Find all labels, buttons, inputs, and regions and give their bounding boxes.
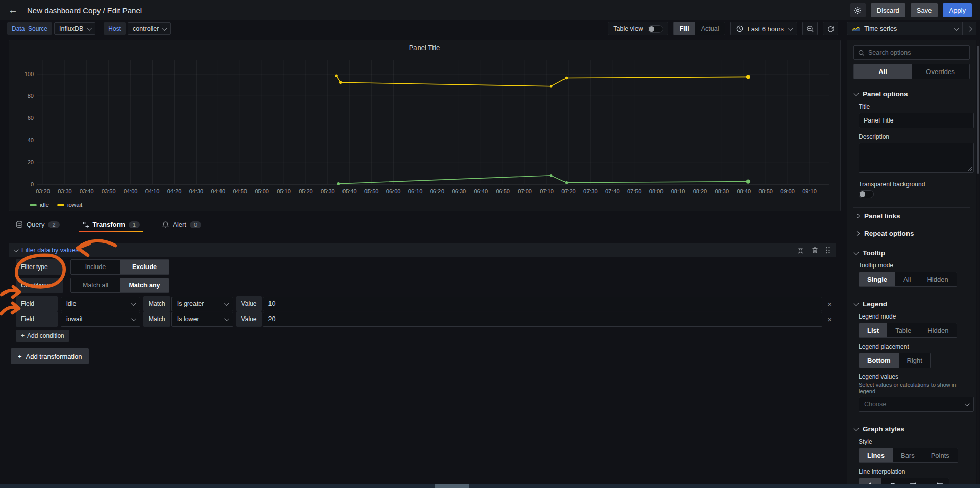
chevron-right-icon <box>967 26 972 31</box>
transformation-name[interactable]: Filter data by values <box>21 247 79 254</box>
zoom-out-button[interactable] <box>802 22 818 35</box>
match-any-option[interactable]: Match any <box>120 278 169 292</box>
add-transformation-button[interactable]: + Add transformation <box>11 348 89 364</box>
legend-table-option[interactable]: Table <box>887 323 919 337</box>
add-condition-button[interactable]: + Add condition <box>16 330 69 342</box>
collapse-options-button[interactable] <box>963 22 976 35</box>
tab-alert[interactable]: Alert 0 <box>162 221 201 232</box>
title-label: Title <box>859 103 970 110</box>
field-select-2[interactable]: iowait <box>61 312 140 327</box>
field-label: Field <box>16 311 58 327</box>
time-range-picker[interactable]: Last 6 hours <box>730 22 797 35</box>
section-panel-options[interactable]: Panel options <box>854 90 970 98</box>
zoom-out-icon <box>806 25 814 33</box>
svg-text:06:40: 06:40 <box>474 188 488 194</box>
value-input-1[interactable] <box>263 297 823 311</box>
transformation-header[interactable]: Filter data by values <box>9 243 836 257</box>
svg-text:04:30: 04:30 <box>189 188 204 194</box>
time-range-value: Last 6 hours <box>747 25 784 33</box>
scrollbar-thumb[interactable] <box>977 46 979 174</box>
match-select-2[interactable]: Is lower <box>172 312 233 327</box>
field-label: Field <box>16 296 58 311</box>
tab-all[interactable]: All <box>854 64 912 79</box>
debug-button[interactable] <box>797 247 804 254</box>
legend-list-option[interactable]: List <box>859 323 887 337</box>
host-select[interactable]: controller <box>128 22 171 35</box>
field-select-1[interactable]: idle <box>61 297 140 311</box>
legend-item-idle[interactable]: idle <box>30 202 49 208</box>
drag-handle-icon[interactable] <box>825 247 830 254</box>
visualization-picker-row: Time series <box>847 22 976 35</box>
style-lines-option[interactable]: Lines <box>859 448 893 462</box>
svg-text:08:10: 08:10 <box>671 188 685 194</box>
section-legend[interactable]: Legend <box>854 300 970 308</box>
transparent-background-toggle[interactable] <box>859 190 874 198</box>
scrollbar-thumb[interactable] <box>435 484 469 488</box>
fill-option[interactable]: Fill <box>674 22 695 35</box>
svg-text:06:10: 06:10 <box>408 188 423 194</box>
svg-text:04:40: 04:40 <box>211 188 226 194</box>
back-icon[interactable]: ← <box>8 5 18 16</box>
alert-count-badge: 0 <box>190 221 201 228</box>
tooltip-single-option[interactable]: Single <box>859 272 895 286</box>
panel-title-input[interactable] <box>859 113 974 128</box>
chevron-down-icon <box>788 26 793 31</box>
section-tooltip[interactable]: Tooltip <box>854 249 970 257</box>
panel-links-section[interactable]: Panel links <box>853 207 970 225</box>
remove-condition-button[interactable]: × <box>827 315 832 324</box>
delete-transformation-button[interactable] <box>812 247 818 254</box>
conditions-label: Conditions <box>16 278 63 293</box>
legend-values-select[interactable]: Choose <box>859 397 974 412</box>
svg-text:09:10: 09:10 <box>802 188 817 194</box>
legend-mode-control: List Table Hidden <box>859 323 957 338</box>
visualization-select[interactable]: Time series <box>847 22 963 35</box>
fill-actual-control: Fill Actual <box>673 22 726 35</box>
include-option[interactable]: Include <box>71 260 120 274</box>
value-input-2[interactable] <box>263 312 823 327</box>
options-search[interactable] <box>853 45 970 60</box>
svg-text:03:20: 03:20 <box>36 188 50 194</box>
field-value: iowait <box>66 315 83 323</box>
tab-transform[interactable]: Transform 1 <box>82 221 140 232</box>
exclude-option[interactable]: Exclude <box>120 260 169 274</box>
tooltip-hidden-option[interactable]: Hidden <box>919 272 956 286</box>
resize-grip-icon[interactable] <box>967 165 972 171</box>
section-graph-styles[interactable]: Graph styles <box>854 425 970 433</box>
dashboard-settings-button[interactable] <box>850 3 866 17</box>
time-series-chart[interactable]: 03:2003:3003:4003:5004:0004:1004:2004:30… <box>13 54 833 203</box>
table-view-toggle[interactable] <box>648 25 663 33</box>
datasource-select[interactable]: InfluxDB <box>54 22 95 35</box>
svg-text:04:20: 04:20 <box>167 188 182 194</box>
tab-label: Alert <box>173 221 186 228</box>
placement-right-option[interactable]: Right <box>899 353 930 368</box>
apply-button[interactable]: Apply <box>943 3 972 17</box>
description-textarea[interactable] <box>859 143 974 173</box>
refresh-button[interactable] <box>823 22 838 35</box>
placement-bottom-option[interactable]: Bottom <box>859 353 899 368</box>
horizontal-scrollbar[interactable] <box>0 484 980 488</box>
datasource-value: InfluxDB <box>59 25 83 32</box>
sidebar-scrollbar[interactable] <box>977 40 979 488</box>
save-button[interactable]: Save <box>911 3 938 17</box>
repeat-options-section[interactable]: Repeat options <box>853 225 970 242</box>
remove-condition-button[interactable]: × <box>827 300 832 308</box>
match-select-1[interactable]: Is greater <box>172 297 233 311</box>
timeseries-viz-icon <box>852 26 860 32</box>
actual-option[interactable]: Actual <box>695 22 725 35</box>
svg-text:05:40: 05:40 <box>342 188 357 194</box>
legend-hidden-option[interactable]: Hidden <box>919 323 957 337</box>
tab-overrides[interactable]: Overrides <box>912 64 969 79</box>
style-points-option[interactable]: Points <box>923 448 958 462</box>
match-label: Match <box>143 296 170 311</box>
table-view-control: Table view <box>608 22 668 35</box>
tooltip-all-option[interactable]: All <box>895 272 919 286</box>
match-all-option[interactable]: Match all <box>71 278 120 292</box>
style-bars-option[interactable]: Bars <box>893 448 923 462</box>
svg-text:03:30: 03:30 <box>58 188 72 194</box>
legend-item-iowait[interactable]: iowait <box>57 202 82 208</box>
search-input[interactable] <box>868 49 965 56</box>
discard-button[interactable]: Discard <box>871 3 905 17</box>
tab-query[interactable]: Query 2 <box>16 221 60 232</box>
filter-type-row: Filter type Include Exclude <box>16 259 169 275</box>
legend-label: idle <box>40 202 49 208</box>
